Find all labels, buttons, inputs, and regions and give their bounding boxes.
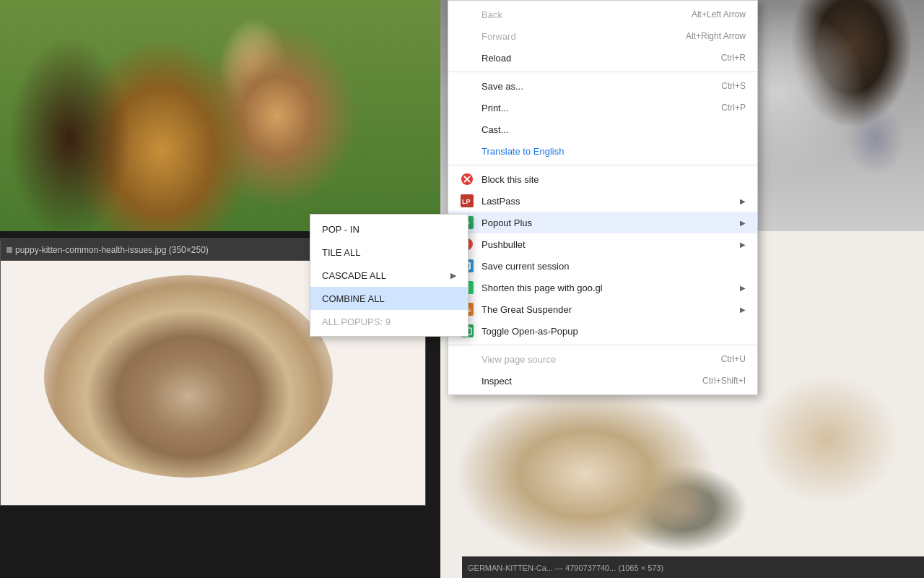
menu-submenu-arrow-pushbullet: ▶ (740, 241, 746, 249)
menu-shortcut-save_as: Ctrl+S (721, 81, 746, 91)
menu-item-view_source: View page sourceCtrl+U (448, 348, 757, 370)
menu-item-save_session[interactable]: Save current session (448, 255, 757, 277)
submenu-item-tile_all[interactable]: TILE ALL (310, 241, 468, 264)
submenu-label-all_popups: ALL POPUPS: 9 (322, 316, 391, 327)
submenu-label-cascade_all: CASCADE ALL (322, 270, 386, 281)
menu-item-save_as[interactable]: Save as...Ctrl+S (448, 75, 757, 97)
menu-icon-lastpass: LP (460, 194, 474, 208)
menu-submenu-arrow-shorten: ▶ (740, 284, 746, 292)
menu-label-translate: Translate to English (481, 146, 564, 157)
submenu-item-all_popups: ALL POPUPS: 9 (310, 310, 468, 333)
menu-item-print[interactable]: Print...Ctrl+P (448, 97, 757, 118)
menu-shortcut-forward: Alt+Right Arrow (686, 31, 746, 41)
menu-item-open_as_popup[interactable]: Toggle Open-as-Popup (448, 320, 757, 342)
menu-item-back: BackAlt+Left Arrow (448, 4, 757, 25)
menu-shortcut-inspect: Ctrl+Shift+I (702, 376, 746, 386)
submenu-arrow-cascade_all: ▶ (450, 271, 456, 280)
menu-label-print: Print... (481, 103, 509, 113)
menu-icon-save_as (460, 79, 474, 93)
taskbar-window: GERMAN-KITTEN-Ca... — 4790737740... (106… (462, 556, 924, 578)
menu-label-view_source: View page source (481, 354, 556, 365)
menu-item-translate[interactable]: Translate to English (448, 140, 757, 162)
menu-label-pushbullet: Pushbullet (481, 239, 526, 250)
menu-label-save_session: Save current session (481, 261, 569, 272)
popout-plus-submenu: POP - INTILE ALLCASCADE ALL▶COMBINE ALLA… (310, 214, 468, 337)
titlebar-icon (6, 247, 12, 253)
menu-label-back: Back (481, 9, 502, 20)
menu-label-block_site: Block this site (481, 174, 539, 185)
menu-submenu-arrow-lastpass: ▶ (740, 197, 746, 205)
menu-label-lastpass: LastPass (481, 196, 520, 207)
submenu-label-pop_in: POP - IN (322, 224, 359, 235)
menu-icon-block_site (460, 172, 474, 186)
menu-item-reload[interactable]: ReloadCtrl+R (448, 47, 757, 69)
submenu-item-cascade_all[interactable]: CASCADE ALL▶ (310, 264, 468, 287)
menu-icon-translate (460, 144, 474, 158)
submenu-item-pop_in[interactable]: POP - IN (310, 217, 468, 241)
menu-item-forward: ForwardAlt+Right Arrow (448, 25, 757, 47)
menu-label-inspect: Inspect (481, 376, 512, 387)
taskbar-title: GERMAN-KITTEN-Ca... — 4790737740... (106… (468, 564, 663, 572)
menu-icon-view_source (460, 352, 474, 366)
bg-left-image (0, 0, 462, 231)
menu-icon-cast (460, 122, 474, 137)
context-menu: BackAlt+Left ArrowForwardAlt+Right Arrow… (448, 0, 758, 395)
menu-item-popout_plus[interactable]: PPPopout Plus▶ (448, 212, 757, 233)
menu-shortcut-back: Alt+Left Arrow (692, 9, 746, 20)
menu-item-inspect[interactable]: InspectCtrl+Shift+I (448, 370, 757, 392)
menu-label-open_as_popup: Toggle Open-as-Popup (481, 326, 578, 337)
menu-label-forward: Forward (481, 31, 516, 42)
menu-item-lastpass[interactable]: LPLastPass▶ (448, 190, 757, 212)
menu-icon-inspect (460, 374, 474, 388)
menu-separator (448, 165, 757, 165)
menu-icon-print (460, 100, 474, 115)
menu-icon-back (460, 7, 474, 22)
menu-label-reload: Reload (481, 53, 511, 64)
menu-separator (448, 72, 757, 72)
menu-shortcut-print: Ctrl+P (721, 103, 746, 113)
menu-label-cast: Cast... (481, 124, 509, 135)
submenu-item-combine_all[interactable]: COMBINE ALL (310, 287, 468, 310)
menu-label-suspender: The Great Suspender (481, 304, 572, 315)
menu-submenu-arrow-popout_plus: ▶ (740, 219, 746, 227)
submenu-label-combine_all: COMBINE ALL (322, 293, 385, 304)
menu-separator (448, 345, 757, 345)
submenu-label-tile_all: TILE ALL (322, 247, 360, 258)
menu-item-cast[interactable]: Cast... (448, 118, 757, 140)
menu-label-popout_plus: Popout Plus (481, 217, 532, 228)
menu-icon-forward (460, 29, 474, 43)
menu-item-block_site[interactable]: Block this site (448, 168, 757, 190)
menu-label-save_as: Save as... (481, 81, 523, 92)
menu-label-shorten: Shorten this page with goo.gl (481, 282, 603, 293)
menu-item-suspender[interactable]: GSThe Great Suspender▶ (448, 298, 757, 320)
menu-shortcut-reload: Ctrl+R (721, 53, 746, 63)
svg-text:LP: LP (462, 198, 471, 205)
menu-shortcut-view_source: Ctrl+U (721, 354, 746, 364)
menu-submenu-arrow-suspender: ▶ (740, 306, 746, 314)
menu-item-shorten[interactable]: GLShorten this page with goo.gl▶ (448, 277, 757, 298)
menu-icon-reload (460, 51, 474, 65)
menu-item-pushbullet[interactable]: PPushbullet▶ (448, 233, 757, 255)
